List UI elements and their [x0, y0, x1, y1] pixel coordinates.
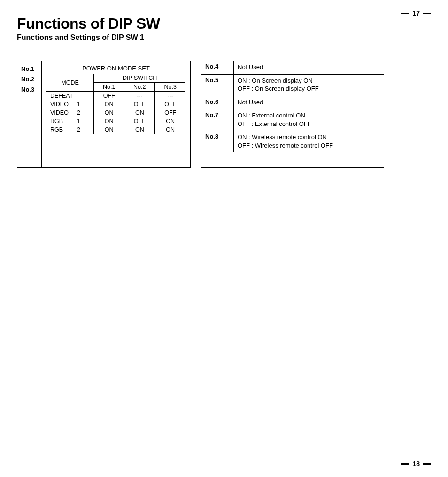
cell: OFF	[155, 109, 185, 117]
table-row: VIDEO2 ON ON OFF	[46, 109, 185, 117]
right-row: No.7 ON : External control ON OFF : Exte…	[201, 109, 384, 131]
dash-icon	[423, 13, 431, 14]
table-row: DEFEAT OFF --- ---	[46, 92, 185, 101]
mode-num: 1	[74, 118, 80, 125]
right-panel: No.4 Not Used No.5 ON : On Screen displa…	[201, 61, 384, 168]
right-row: No.8 ON : Wireless remote control ON OFF…	[201, 131, 384, 153]
page-number-bottom-value: 18	[412, 460, 420, 468]
right-line: Not Used	[238, 98, 380, 107]
right-label: No.5	[201, 74, 234, 96]
left-num-column: No.1 No.2 No.3	[17, 61, 42, 167]
page-number-bottom: 18	[401, 460, 431, 468]
dip-header: DIP SWITCH	[94, 74, 185, 83]
left-num-2: No.2	[21, 74, 39, 85]
page-subtitle: Functions and Settings of DIP SW 1	[17, 33, 431, 42]
right-desc: ON : External control ON OFF : External …	[234, 109, 384, 131]
right-line: ON : Wireless remote control ON	[238, 133, 380, 141]
right-desc: Not Used	[234, 96, 384, 109]
dash-icon	[423, 463, 431, 465]
right-label: No.6	[201, 96, 234, 109]
right-row: No.4 Not Used	[201, 61, 384, 74]
right-table: No.4 Not Used No.5 ON : On Screen displa…	[201, 61, 384, 152]
mode-header: MODE	[46, 74, 94, 92]
table-row: VIDEO1 ON OFF OFF	[46, 100, 185, 109]
col-header-2: No.2	[124, 83, 155, 92]
cell: OFF	[124, 117, 155, 125]
cell: OFF	[94, 92, 124, 101]
right-row: No.6 Not Used	[201, 96, 384, 109]
right-row: No.5 ON : On Screen display ON OFF : On …	[201, 74, 384, 96]
cell: OFF	[155, 100, 185, 109]
page-document: 17 Functions of DIP SW Functions and Set…	[0, 0, 448, 477]
mode-name: DEFEAT	[50, 93, 74, 99]
left-body: POWER ON MODE SET MODE DIP SWITCH No.1	[42, 61, 190, 167]
cell: ---	[155, 92, 185, 101]
cell: ON	[124, 109, 155, 117]
mode-num: 1	[74, 101, 80, 108]
mode-name: RGB	[50, 118, 74, 125]
content-row: No.1 No.2 No.3 POWER ON MODE SET MODE DI…	[17, 61, 431, 168]
right-label: No.8	[201, 131, 234, 153]
left-num-1: No.1	[21, 64, 39, 74]
dash-icon	[401, 13, 409, 14]
right-line: Not Used	[238, 63, 380, 71]
table-row: RGB1 ON OFF ON	[46, 117, 185, 125]
cell: ON	[155, 125, 185, 134]
right-line: OFF : On Screen display OFF	[238, 85, 380, 93]
dash-icon	[401, 463, 409, 465]
cell: ON	[155, 117, 185, 125]
mode-table: MODE DIP SWITCH No.1 No.2 No.3 DEFEAT OF…	[46, 74, 185, 134]
cell: ON	[94, 117, 124, 125]
mode-name: RGB	[50, 126, 74, 133]
mode-name: VIDEO	[50, 101, 74, 108]
cell: OFF	[124, 100, 155, 109]
right-desc: ON : Wireless remote control ON OFF : Wi…	[234, 131, 384, 153]
cell: ON	[94, 109, 124, 117]
cell: ON	[94, 125, 124, 134]
right-desc: ON : On Screen display ON OFF : On Scree…	[234, 74, 384, 96]
page-title: Functions of DIP SW	[17, 15, 431, 32]
col-header-3: No.3	[155, 83, 185, 92]
col-header-1: No.1	[94, 83, 124, 92]
mode-num: 2	[74, 126, 80, 133]
table-row: RGB2 ON ON ON	[46, 125, 185, 134]
right-line: ON : External control ON	[238, 111, 380, 120]
cell: ON	[94, 100, 124, 109]
left-panel: No.1 No.2 No.3 POWER ON MODE SET MODE DI…	[17, 61, 191, 168]
left-num-3: No.3	[21, 85, 39, 95]
mode-name: VIDEO	[50, 109, 74, 116]
right-line: OFF : Wireless remote control OFF	[238, 141, 380, 150]
page-number-top-value: 17	[412, 9, 420, 17]
right-label: No.7	[201, 109, 234, 131]
right-line: OFF : External control OFF	[238, 120, 380, 128]
right-label: No.4	[201, 61, 234, 74]
left-caption: POWER ON MODE SET	[46, 65, 185, 72]
page-number-top: 17	[401, 9, 431, 17]
right-line: ON : On Screen display ON	[238, 77, 380, 85]
cell: ON	[124, 125, 155, 134]
mode-num: 2	[74, 109, 80, 116]
right-desc: Not Used	[234, 61, 384, 74]
cell: ---	[124, 92, 155, 101]
